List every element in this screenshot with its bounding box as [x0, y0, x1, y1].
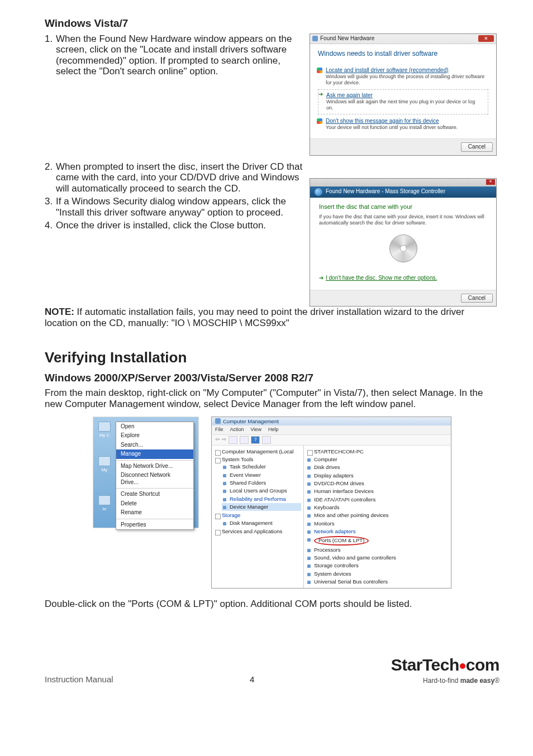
- tree-system-devices[interactable]: System devices: [306, 570, 449, 578]
- cancel-button[interactable]: Cancel: [461, 142, 493, 152]
- option-ask-later-link[interactable]: Ask me again later: [326, 92, 373, 98]
- brand-dot-icon: [460, 663, 465, 669]
- shield-icon: [317, 68, 322, 73]
- note-text: If automatic installation fails, you may…: [45, 307, 464, 328]
- shield-icon: [317, 118, 322, 124]
- step-3-text: If a Windows Security dialog window appe…: [56, 196, 304, 218]
- footer-page-number: 4: [250, 674, 254, 685]
- found-new-hardware-dialog: Found New Hardware ✕ Windows needs to in…: [310, 34, 497, 156]
- dialog2-subtext: If you have the disc that came with your…: [319, 214, 487, 226]
- dialog-headline: Windows needs to install driver software: [318, 50, 488, 58]
- tree-event-viewer[interactable]: Event Viewer: [222, 471, 301, 479]
- tree-keyboards[interactable]: Keyboards: [306, 504, 449, 511]
- close-icon[interactable]: ✕: [478, 35, 494, 42]
- tree-dvd-cd[interactable]: DVD/CD-ROM drives: [306, 480, 449, 487]
- cm-menubar: File Action View Help: [212, 425, 451, 434]
- cm-left-pane: Computer Management (Local System Tools …: [212, 446, 304, 588]
- tree-system-tools[interactable]: System Tools Task Scheduler Event Viewer…: [214, 456, 301, 511]
- tree-services[interactable]: Services and Applications: [214, 528, 301, 535]
- tree-ports[interactable]: Ports (COM & LPT): [306, 535, 449, 546]
- tree-processors[interactable]: Processors: [306, 546, 449, 554]
- toolbar-btn1[interactable]: [229, 436, 237, 444]
- option-ask-later[interactable]: ➔ Ask me again later Windows will ask ag…: [318, 89, 488, 114]
- menu-action[interactable]: Action: [230, 427, 244, 433]
- toolbar-fwd[interactable]: ⇨: [222, 436, 226, 444]
- tree-network[interactable]: Network adapters: [306, 528, 449, 535]
- tree-usb[interactable]: Universal Serial Bus controllers: [306, 578, 449, 586]
- step-2: 2.When prompted to insert the disc, inse…: [45, 161, 304, 194]
- desktop-icon-my: My: [97, 456, 112, 473]
- step-2-text: When prompted to insert the disc, insert…: [56, 161, 304, 194]
- menu-help[interactable]: Help: [268, 427, 279, 433]
- brand-part2: com: [466, 655, 499, 674]
- dialog-titlebar: Found New Hardware ✕: [310, 34, 496, 44]
- computer-management-figure: Computer Management File Action View Hel…: [211, 417, 451, 589]
- dialog2-headline: Insert the disc that came with your: [319, 203, 487, 211]
- option-dont-show-link[interactable]: Don't show this message again for this d…: [326, 118, 439, 124]
- menu-explore[interactable]: Explore: [116, 431, 193, 441]
- close-icon[interactable]: ✕: [486, 179, 495, 185]
- tree-storage[interactable]: Storage Disk Management: [214, 511, 301, 528]
- no-disc-option[interactable]: ➔I don't have the disc. Show me other op…: [319, 272, 487, 284]
- menu-manage[interactable]: Manage: [116, 449, 193, 459]
- arrow-icon: ➔: [319, 275, 323, 281]
- cancel-button[interactable]: Cancel: [461, 294, 493, 303]
- menu-search[interactable]: Search...: [116, 441, 193, 450]
- tree-pc-root[interactable]: STARTECHCOM-PC: [306, 448, 449, 456]
- toolbar-btn3[interactable]: [262, 436, 271, 444]
- menu-open[interactable]: Open: [116, 422, 193, 432]
- step-3: 3.If a Windows Security dialog window ap…: [45, 196, 304, 218]
- option-dont-show[interactable]: Don't show this message again for this d…: [318, 118, 488, 131]
- no-disc-link[interactable]: I don't have the disc. Show me other opt…: [326, 275, 437, 281]
- tree-sound[interactable]: Sound, video and game controllers: [306, 554, 449, 562]
- dialog-title: Found New Hardware: [320, 35, 374, 42]
- tree-ide[interactable]: IDE ATA/ATAPI controllers: [306, 496, 449, 504]
- cm-right-pane: STARTECHCOM-PC Computer Disk drives Disp…: [304, 446, 451, 588]
- back-icon[interactable]: [315, 188, 322, 196]
- tree-task-scheduler[interactable]: Task Scheduler: [222, 463, 301, 471]
- toolbar-help-icon[interactable]: ?: [251, 436, 260, 444]
- option-dont-show-desc: Your device will not function until you …: [326, 125, 488, 131]
- tree-monitors[interactable]: Monitors: [306, 520, 449, 528]
- step-1: 1.When the Found New Hardware window app…: [45, 34, 304, 77]
- tree-computer[interactable]: Computer: [306, 456, 449, 463]
- toolbar-btn2[interactable]: [240, 436, 249, 444]
- tree-local-users[interactable]: Local Users and Groups: [222, 487, 301, 495]
- cm-titlebar: Computer Management: [212, 417, 451, 426]
- tree-hid[interactable]: Human Interface Devices: [306, 487, 449, 495]
- menu-view[interactable]: View: [251, 427, 261, 433]
- option-locate-install-link[interactable]: Locate and install driver software (reco…: [326, 67, 449, 73]
- tree-disk-mgmt[interactable]: Disk Management: [222, 519, 301, 527]
- dialog2-title: Found New Hardware - Mass Storage Contro…: [326, 188, 445, 195]
- dialog2-header: Found New Hardware - Mass Storage Contro…: [310, 186, 496, 198]
- tree-storage-ctrl[interactable]: Storage controllers: [306, 562, 449, 570]
- option-locate-install[interactable]: Locate and install driver software (reco…: [318, 67, 488, 86]
- startech-logo: StarTechcom Hard-to-find made easy®: [391, 654, 499, 685]
- cd-icon: [389, 235, 417, 262]
- menu-file[interactable]: File: [215, 427, 223, 433]
- context-menu: Open Explore Search... Manage Map Networ…: [116, 422, 194, 530]
- step-1-text: When the Found New Hardware window appea…: [56, 34, 304, 77]
- menu-properties[interactable]: Properties: [116, 520, 193, 530]
- tagline-pre: Hard-to-find: [423, 677, 460, 685]
- tree-mice[interactable]: Mice and other pointing devices: [306, 511, 449, 519]
- tree-shared-folders[interactable]: Shared Folders: [222, 479, 301, 487]
- menu-map-drive[interactable]: Map Network Drive...: [116, 462, 193, 471]
- menu-disconnect-drive[interactable]: Disconnect Network Drive...: [116, 471, 193, 487]
- tagline-reg: ®: [494, 677, 499, 685]
- tree-device-manager[interactable]: Device Manager: [222, 503, 301, 511]
- menu-delete[interactable]: Delete: [116, 499, 193, 509]
- option-ask-later-desc: Windows will ask again the next time you…: [326, 99, 482, 111]
- tree-disk-drives[interactable]: Disk drives: [306, 463, 449, 471]
- tree-display-adapters[interactable]: Display adapters: [306, 472, 449, 480]
- cm-toolbar: ⇦ ⇨ ?: [212, 435, 451, 446]
- menu-rename[interactable]: Rename: [116, 508, 193, 518]
- note-paragraph: NOTE: If automatic installation fails, y…: [45, 307, 499, 328]
- tree-root-local[interactable]: Computer Management (Local: [214, 448, 301, 456]
- verifying-para1: From the main desktop, right-click on "M…: [45, 387, 499, 409]
- desktop-background: My C My In Open Explore Search... Manage…: [93, 417, 199, 528]
- toolbar-back[interactable]: ⇦: [215, 436, 220, 444]
- menu-create-shortcut[interactable]: Create Shortcut: [116, 490, 193, 499]
- tree-reliability[interactable]: Reliability and Performa: [222, 495, 301, 503]
- desktop-icon-in: In: [97, 495, 112, 512]
